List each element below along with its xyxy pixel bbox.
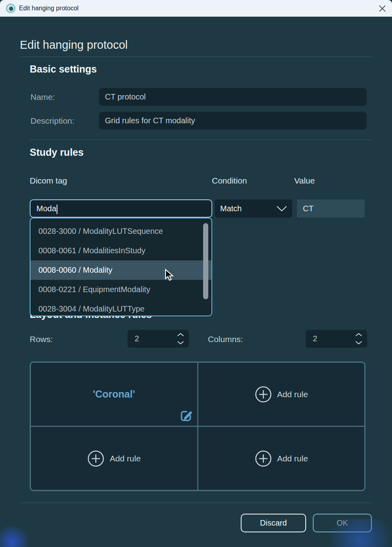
- divider: [20, 503, 372, 503]
- name-label: Name:: [30, 92, 55, 102]
- description-label: Description:: [30, 116, 74, 126]
- dropdown-item-modalities-in-study[interactable]: 0008-0061 / ModalitiesInStudy: [30, 241, 211, 260]
- dicom-tag-dropdown: 0028-3000 / ModalityLUTSequence 0008-006…: [30, 218, 212, 316]
- rows-value: 2: [135, 330, 139, 348]
- divider: [20, 57, 372, 57]
- plus-circle-icon: [255, 386, 272, 403]
- condition-column-header: Condition: [212, 176, 247, 186]
- layout-grid: 'Coronal' Add rule Add: [30, 361, 365, 491]
- text-caret: [57, 205, 57, 214]
- dropdown-item-modality[interactable]: 0008-0060 / Modality: [30, 260, 211, 280]
- chevron-up-icon[interactable]: [355, 333, 362, 337]
- condition-selected-value: Match: [220, 204, 242, 213]
- bottom-left-glow: [0, 526, 34, 547]
- dicom-tag-input[interactable]: Moda: [30, 199, 212, 218]
- grid-cell-add-rule-top-right[interactable]: Add rule: [198, 363, 365, 426]
- chevron-down-icon: [276, 206, 287, 212]
- dropdown-item-equipment-modality[interactable]: 0008-0221 / EquipmentModality: [30, 280, 211, 299]
- add-rule-label: Add rule: [110, 454, 141, 463]
- plus-circle-icon: [255, 450, 272, 467]
- app-logo-icon: [6, 3, 16, 13]
- coronal-rule-label: 'Coronal': [93, 388, 135, 400]
- page-title: Edit hanging protocol: [20, 38, 127, 52]
- dropdown-scrollbar-thumb[interactable]: [203, 223, 208, 299]
- basic-settings-heading: Basic settings: [30, 63, 97, 75]
- name-input[interactable]: CT protocol: [99, 88, 367, 106]
- rows-label: Rows:: [30, 335, 53, 344]
- add-rule-label: Add rule: [277, 390, 308, 399]
- columns-label: Columns:: [208, 335, 243, 344]
- chevron-down-icon[interactable]: [355, 341, 362, 344]
- dropdown-item-modality-lut-type[interactable]: 0028-3004 / ModalityLUTType: [30, 299, 211, 316]
- grid-cell-add-rule-bottom-right[interactable]: Add rule: [198, 427, 365, 490]
- dicom-tag-column-header: Dicom tag: [30, 176, 67, 186]
- ok-button[interactable]: OK: [313, 514, 372, 532]
- title-bar: Edit hanging protocol: [0, 0, 392, 17]
- edit-pencil-icon[interactable]: [179, 408, 194, 423]
- divider: [30, 140, 372, 140]
- value-input[interactable]: CT: [297, 199, 365, 218]
- condition-select[interactable]: Match: [215, 199, 292, 218]
- columns-value: 2: [313, 330, 317, 348]
- description-input[interactable]: Grid rules for CT modality: [99, 112, 367, 130]
- chevron-down-icon[interactable]: [177, 341, 184, 344]
- window-title: Edit hanging protocol: [19, 5, 78, 12]
- grid-cell-coronal[interactable]: 'Coronal': [31, 363, 197, 426]
- close-icon: [379, 5, 386, 12]
- grid-cell-add-rule-bottom-left[interactable]: Add rule: [31, 427, 197, 490]
- mouse-cursor-icon: [164, 269, 174, 281]
- columns-stepper[interactable]: 2: [306, 330, 367, 348]
- rows-stepper[interactable]: 2: [127, 330, 189, 348]
- close-button[interactable]: [375, 2, 389, 15]
- discard-button[interactable]: Discard: [241, 514, 306, 532]
- value-column-header: Value: [294, 176, 315, 186]
- plus-circle-icon: [87, 450, 105, 467]
- dropdown-item-modality-lut-sequence[interactable]: 0028-3000 / ModalityLUTSequence: [30, 222, 211, 241]
- chevron-up-icon[interactable]: [177, 333, 184, 337]
- add-rule-label: Add rule: [277, 454, 308, 463]
- dicom-tag-input-text: Moda: [36, 204, 56, 213]
- study-rules-heading: Study rules: [30, 147, 84, 158]
- edit-hanging-protocol-dialog: Edit hanging protocol Edit hanging proto…: [0, 0, 392, 547]
